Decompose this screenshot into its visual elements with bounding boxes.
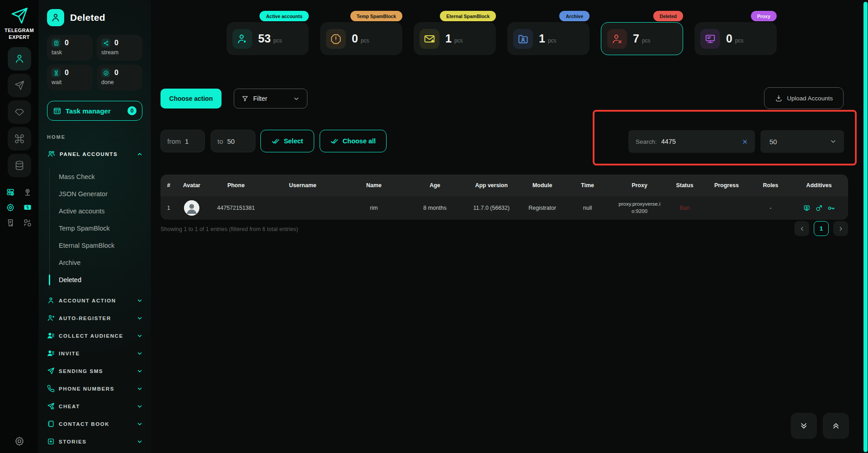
column-header[interactable]: Time [564, 182, 611, 189]
previous-page-button[interactable] [794, 221, 809, 236]
monitor-x-icon[interactable] [803, 204, 811, 212]
status-badge-label: Proxy [757, 14, 770, 19]
stat-card-done: 0 done [97, 65, 142, 90]
sidebar-section-panel-accounts[interactable]: PANEL ACCOUNTS [47, 150, 143, 158]
status-card-value: 1 [445, 32, 452, 45]
gem-icon [14, 107, 25, 118]
sidebar-section-contact-book[interactable]: CONTACT BOOK [47, 415, 143, 433]
chevron-down-icon [137, 368, 143, 374]
sidebar-section-stories[interactable]: STORIES [47, 433, 143, 450]
column-header[interactable]: Additives [790, 182, 848, 189]
status-card-temp-spamblock[interactable]: Temp SpamBlock 0pcs [320, 11, 402, 55]
sidebar-section-phone-numbers[interactable]: PHONE NUMBERS [47, 380, 143, 397]
settings-gear-icon[interactable] [0, 436, 38, 447]
task-manager-button[interactable]: Task manager 0 [47, 101, 142, 121]
status-card-value: 1 [539, 32, 545, 45]
chevron-right-icon [838, 226, 844, 232]
sidebar-section-collect-audience[interactable]: COLLECT AUDIENCE [47, 327, 143, 344]
sidebar-item-active-accounts[interactable]: Active accounts [50, 203, 114, 220]
column-header[interactable]: Phone [207, 182, 265, 189]
choose-action-button[interactable]: Choose action [160, 89, 222, 109]
status-card-archive[interactable]: Archive 1pcs [507, 11, 590, 55]
rail-send-button[interactable] [8, 74, 31, 97]
status-card-active-accounts[interactable]: Active accounts 53pcs [226, 11, 309, 55]
column-header[interactable]: # [160, 182, 177, 189]
rail-accounts-button[interactable] [8, 47, 31, 71]
column-header[interactable]: Progress [702, 182, 751, 189]
search-field[interactable]: Search: ✕ [628, 130, 755, 153]
sidebar-item-json-generator[interactable]: JSON Generator [50, 185, 114, 203]
rail-database-button[interactable] [8, 154, 31, 177]
proxy-line2: o:9200 [632, 208, 647, 214]
sidebar-section-auto-register[interactable]: AUTO-REGISTER [47, 309, 143, 327]
column-header[interactable]: App version [462, 182, 521, 189]
sidebar-section-account-action[interactable]: ACCOUNT ACTION [47, 292, 143, 309]
next-page-button[interactable] [833, 221, 848, 236]
search-input[interactable] [661, 138, 738, 145]
stat-label: task [52, 49, 88, 56]
status-card-proxy[interactable]: Proxy 0pcs [694, 11, 777, 55]
cell-app-version: 11.7.0 (56632) [462, 205, 521, 211]
status-card-value: 0 [352, 32, 358, 45]
payment-monitor-icon[interactable] [23, 203, 33, 212]
avatar[interactable] [177, 200, 207, 216]
sidebar-section-cheat[interactable]: CHEAT [47, 397, 143, 415]
page-1-button[interactable]: 1 [814, 221, 829, 236]
from-input[interactable] [185, 137, 203, 145]
page-title: Deleted [70, 12, 105, 23]
sidebar-item-mass-check[interactable]: Mass Check [50, 168, 114, 185]
sidebar-item-archive[interactable]: Archive [50, 254, 114, 271]
upload-accounts-button[interactable]: Upload Accounts [764, 87, 844, 109]
to-field[interactable]: to [211, 130, 255, 152]
stat-card-stream: 0 stream [97, 35, 142, 61]
swap-boxes-icon[interactable] [23, 218, 33, 228]
choose-all-button[interactable]: Choose all [320, 130, 387, 152]
sidebar-section-label: PANEL ACCOUNTS [60, 151, 118, 157]
row-number: 1 [160, 205, 177, 211]
column-header[interactable]: Avatar [177, 182, 207, 189]
to-input[interactable] [227, 137, 245, 145]
column-header[interactable]: Name [340, 182, 408, 189]
status-card-eternal-spamblock[interactable]: Eternal SpamBlock 1pcs [414, 11, 496, 55]
clear-search-icon[interactable]: ✕ [742, 138, 748, 145]
sidebar-section-invite[interactable]: INVITE [47, 344, 143, 362]
table-summary: Showing 1 to 1 of 1 entries (filtered fr… [160, 226, 298, 232]
column-header[interactable]: Module [521, 182, 564, 189]
scroll-to-top-button[interactable] [823, 413, 849, 439]
receipt-check-icon[interactable] [5, 218, 15, 228]
gear-module-icon[interactable] [5, 203, 15, 212]
chevron-down-icon [137, 315, 143, 321]
sidebar-section-sending-sms[interactable]: SENDING SMS [47, 362, 143, 380]
brand-line1: TELEGRAM [5, 27, 34, 34]
status-card-unit: pcs [274, 38, 282, 44]
server-check-icon[interactable] [5, 187, 15, 197]
sidebar-item-temp-spamblock[interactable]: Temp SpamBlock [50, 220, 114, 237]
status-badge-label: Eternal SpamBlock [446, 14, 490, 19]
rail-commands-button[interactable] [8, 127, 31, 151]
table-row[interactable]: 1 447572151381 rim 8 months 11.7.0 (5663… [160, 196, 848, 220]
column-header[interactable]: Status [668, 182, 702, 189]
command-icon [14, 133, 25, 144]
filter-dropdown[interactable]: Filter [234, 89, 307, 109]
column-header[interactable]: Roles [751, 182, 790, 189]
sidebar-item-eternal-spamblock[interactable]: Eternal SpamBlock [50, 237, 114, 254]
sidebar-item-deleted[interactable]: Deleted [50, 271, 114, 288]
male-icon[interactable] [815, 204, 823, 212]
rail-premium-button[interactable] [8, 100, 31, 124]
column-header[interactable]: Age [408, 182, 462, 189]
cell-time: null [564, 205, 611, 211]
brand-line2: EXPERT [5, 34, 34, 41]
status-card-deleted[interactable]: Deleted 7pcs [601, 11, 683, 55]
scroll-to-bottom-button[interactable] [791, 413, 817, 439]
from-field[interactable]: from [160, 130, 205, 152]
scrollbar-thumb[interactable] [863, 2, 868, 452]
mail-warning-icon [420, 29, 439, 49]
column-header[interactable]: Username [265, 182, 340, 189]
key-icon[interactable] [827, 204, 835, 212]
page-size-select[interactable]: 50 [760, 130, 844, 153]
select-button[interactable]: Select [260, 130, 314, 152]
column-header[interactable]: Proxy [611, 182, 668, 189]
stat-label: done [101, 79, 138, 85]
user-camera-icon[interactable] [23, 187, 33, 197]
database-icon [14, 160, 25, 171]
